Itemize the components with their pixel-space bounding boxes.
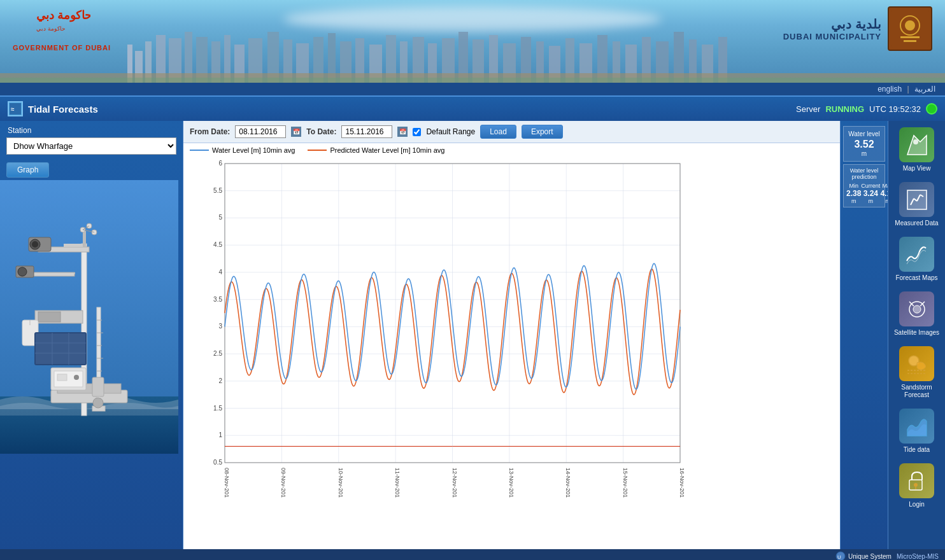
svg-text:≈: ≈ — [11, 106, 15, 113]
svg-point-65 — [18, 267, 27, 276]
station-image — [0, 180, 183, 549]
main-content: From Date: 📅 To Date: 📅 Default Range Lo… — [183, 121, 840, 549]
map-view-button[interactable]: Map View — [899, 127, 934, 172]
pred-min: Min 2.38 m — [846, 183, 861, 204]
default-range-label: Default Range — [426, 127, 475, 136]
water-level-value: 3.52 — [846, 139, 882, 150]
left-sidebar: Station Dhow Wharfage Graph — [0, 121, 183, 549]
prediction-row: Min 2.38 m Current 3.24 m Max 4.16 m — [846, 183, 882, 204]
tide-data-label: Tide data — [904, 446, 930, 454]
from-date-label: From Date: — [190, 127, 230, 136]
water-level-box: Water level 3.52 m — [843, 126, 885, 162]
pred-current-unit: m — [861, 198, 880, 204]
from-date-input[interactable] — [235, 125, 286, 138]
graph-btn-wrap: Graph — [0, 160, 183, 180]
pred-min-unit: m — [846, 198, 861, 204]
svg-rect-67 — [83, 231, 86, 247]
to-date-calendar-icon[interactable]: 📅 — [397, 127, 408, 137]
sandstorm-forecast-icon — [899, 346, 934, 381]
prediction-title: Water level prediction — [846, 167, 882, 180]
server-label: Server — [796, 104, 820, 114]
dubai-municipality-logo: بلدية دبي DUBAI MUNICIPALITY — [783, 6, 932, 51]
default-range-checkbox[interactable] — [413, 128, 421, 136]
load-button[interactable]: Load — [480, 125, 516, 139]
forecast-maps-icon — [899, 237, 934, 272]
svg-point-61 — [32, 241, 38, 248]
unique-system: U Unique System — [835, 551, 892, 560]
dubai-en: DUBAI MUNICIPALITY — [783, 32, 881, 41]
sandstorm-forecast-button[interactable]: Sandstorm Forecast — [892, 346, 942, 399]
satellite-images-label: Satellite Images — [894, 329, 939, 337]
export-button[interactable]: Export — [522, 125, 563, 139]
svg-text:U: U — [837, 554, 841, 560]
gov-name: GOVERNMENT OF DUBAI — [13, 44, 111, 52]
pred-min-value: 2.38 — [846, 189, 861, 198]
svg-marker-98 — [907, 136, 927, 155]
legend-actual: Water Level [m] 10min avg — [190, 146, 295, 154]
svg-point-99 — [913, 139, 918, 144]
water-level-title: Water level — [846, 130, 882, 137]
lang-english[interactable]: english — [878, 85, 902, 94]
svg-point-107 — [913, 305, 921, 313]
svg-rect-85 — [57, 374, 67, 381]
server-running: RUNNING — [825, 104, 864, 114]
water-level-prediction-box: Water level prediction Min 2.38 m Curren… — [843, 164, 885, 207]
right-icons-panel: Map View Measured Data — [888, 121, 945, 549]
station-label: Station — [0, 121, 183, 137]
login-icon — [899, 463, 934, 498]
login-label: Login — [909, 501, 924, 508]
pred-current-label: Current — [861, 183, 880, 189]
pred-current-value: 3.24 — [861, 189, 880, 198]
svg-point-114 — [914, 483, 918, 487]
measured-data-label: Measured Data — [895, 220, 938, 227]
to-date-input[interactable] — [341, 125, 392, 138]
lang-arabic[interactable]: العربية — [914, 85, 935, 94]
svg-rect-95 — [92, 377, 104, 396]
header-banner: حاكومة دبي حاكومة دبي GOVERNMENT OF DUBA… — [0, 0, 945, 83]
login-button[interactable]: Login — [899, 463, 934, 508]
sandstorm-forecast-label: Sandstorm Forecast — [892, 384, 942, 399]
forecast-maps-button[interactable]: Forecast Maps — [895, 237, 937, 282]
tide-data-button[interactable]: Tide data — [899, 409, 934, 454]
chart-wrap — [183, 157, 840, 549]
language-bar: english | العربية — [0, 83, 945, 95]
svg-text:حاكومة دبي: حاكومة دبي — [36, 25, 66, 32]
satellite-images-icon — [899, 291, 934, 326]
legend-predicted: Predicted Water Level [m] 10min avg — [308, 146, 444, 154]
legend-predicted-line — [308, 150, 327, 151]
svg-rect-78 — [35, 333, 86, 365]
chart-controls: From Date: 📅 To Date: 📅 Default Range Lo… — [183, 121, 840, 143]
app-title-area: ≈ Tidal Forecasts — [8, 101, 98, 116]
svg-rect-50 — [904, 40, 916, 42]
bottom-bar: U Unique System MicroStep-MIS — [0, 549, 945, 560]
station-select-wrap: Dhow Wharfage — [0, 137, 183, 160]
to-date-label: To Date: — [306, 127, 336, 136]
right-info-panel: Water level 3.52 m Water level predictio… — [840, 121, 888, 549]
content-area: Station Dhow Wharfage Graph — [0, 121, 945, 549]
svg-rect-66 — [64, 244, 86, 247]
dubai-arabic: بلدية دبي — [783, 17, 881, 32]
tide-data-icon — [899, 409, 934, 444]
map-view-label: Map View — [903, 165, 931, 172]
gov-logo: حاكومة دبي حاكومة دبي GOVERNMENT OF DUBA… — [13, 6, 111, 52]
svg-rect-43 — [0, 78, 945, 83]
svg-point-48 — [905, 20, 915, 31]
top-bar: ≈ Tidal Forecasts Server RUNNING UTC 19:… — [0, 95, 945, 121]
chart-legend: Water Level [m] 10min avg Predicted Wate… — [183, 143, 840, 157]
dubai-emblem — [888, 6, 932, 51]
legend-predicted-label: Predicted Water Level [m] 10min avg — [330, 146, 444, 154]
station-select[interactable]: Dhow Wharfage — [6, 137, 176, 155]
measured-data-icon — [899, 182, 934, 217]
station-svg — [0, 180, 178, 454]
satellite-images-button[interactable]: Satellite Images — [894, 291, 939, 337]
from-date-calendar-icon[interactable]: 📅 — [291, 127, 301, 137]
map-view-icon — [899, 127, 934, 162]
legend-actual-line — [190, 150, 209, 151]
graph-button[interactable]: Graph — [6, 162, 49, 178]
measured-data-button[interactable]: Measured Data — [895, 182, 938, 227]
microstep-logo: MicroStep-MIS — [897, 553, 939, 560]
utc-time: UTC 19:52:32 — [869, 104, 921, 114]
svg-text:حاكومة دبي: حاكومة دبي — [36, 9, 90, 22]
legend-actual-label: Water Level [m] 10min avg — [212, 146, 295, 154]
tidal-icon: ≈ — [8, 101, 23, 116]
